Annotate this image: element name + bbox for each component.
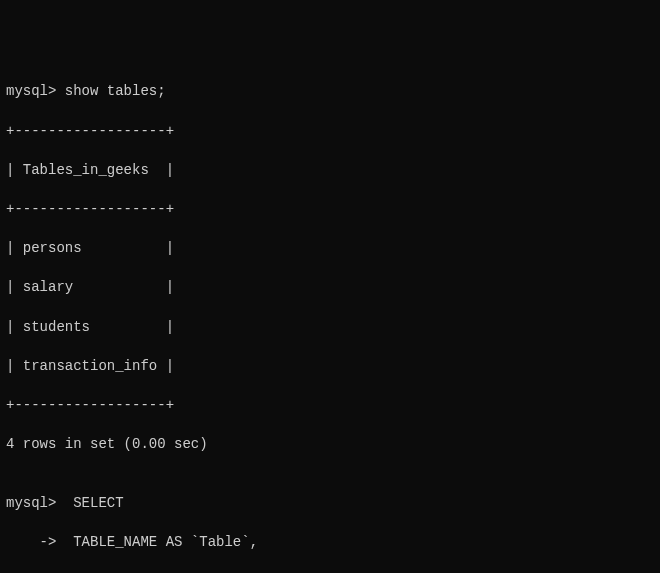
table-row: | transaction_info | xyxy=(6,357,654,377)
table-header: | Tables_in_geeks | xyxy=(6,161,654,181)
result-summary: 4 rows in set (0.00 sec) xyxy=(6,435,654,455)
table-border: +------------------+ xyxy=(6,122,654,142)
table-row: | persons | xyxy=(6,239,654,259)
mysql-prompt-line: mysql> show tables; xyxy=(6,82,654,102)
query-continuation: -> TABLE_NAME AS `Table`, xyxy=(6,533,654,553)
table-border: +------------------+ xyxy=(6,200,654,220)
mysql-prompt-line: mysql> SELECT xyxy=(6,494,654,514)
table-border: +------------------+ xyxy=(6,396,654,416)
table-row: | students | xyxy=(6,318,654,338)
table-row: | salary | xyxy=(6,278,654,298)
